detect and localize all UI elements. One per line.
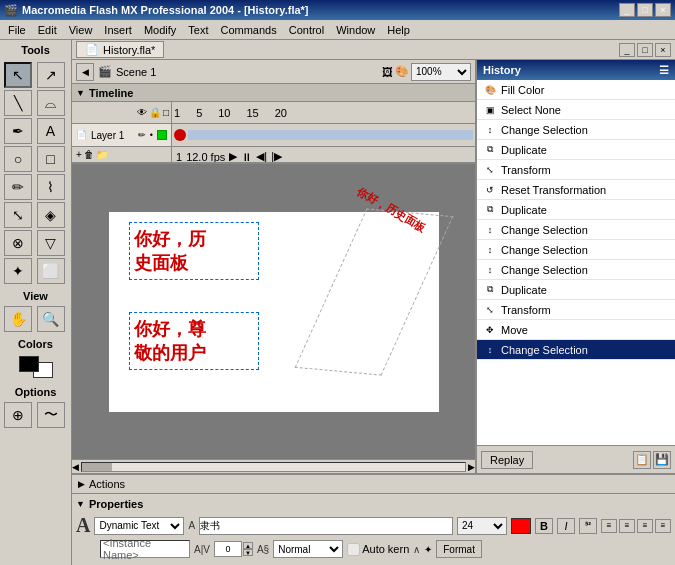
rect-tool[interactable]: □ bbox=[37, 146, 65, 172]
hand-tool[interactable]: ✋ bbox=[4, 306, 32, 332]
copy-steps-btn[interactable]: 📋 bbox=[633, 451, 651, 469]
play-btn[interactable]: ▶ bbox=[229, 150, 237, 163]
doc-restore-btn[interactable]: □ bbox=[637, 43, 653, 57]
bold-button[interactable]: B bbox=[535, 518, 553, 534]
title-bar-controls[interactable]: _ □ × bbox=[619, 3, 671, 17]
freexform-tool[interactable]: ⤡ bbox=[4, 202, 32, 228]
paintbucket-tool[interactable]: ▽ bbox=[37, 230, 65, 256]
doc-minimize-btn[interactable]: _ bbox=[619, 43, 635, 57]
history-item-select-none[interactable]: ▣ Select None bbox=[477, 100, 675, 120]
align-center-btn[interactable]: ≡ bbox=[619, 519, 635, 533]
properties-collapse-btn[interactable]: ▼ bbox=[76, 499, 85, 509]
pencil-icon[interactable]: ✏ bbox=[138, 130, 146, 140]
pencil-tool[interactable]: ✏ bbox=[4, 174, 32, 200]
menu-commands[interactable]: Commands bbox=[214, 22, 282, 38]
history-item-transform-1[interactable]: ⤡ Transform bbox=[477, 160, 675, 180]
tracking-down-btn[interactable]: ▼ bbox=[243, 549, 253, 556]
menu-window[interactable]: Window bbox=[330, 22, 381, 38]
scroll-left-btn[interactable]: ◀ bbox=[72, 462, 79, 472]
menu-view[interactable]: View bbox=[63, 22, 99, 38]
text-color-btn[interactable] bbox=[511, 518, 531, 534]
filltransform-tool[interactable]: ◈ bbox=[37, 202, 65, 228]
align-right-btn[interactable]: ≡ bbox=[637, 519, 653, 533]
back-btn[interactable]: ◀ bbox=[76, 63, 94, 81]
tracking-up-btn[interactable]: ▲ bbox=[243, 542, 253, 549]
history-item-change-sel-2[interactable]: ↕ Change Selection bbox=[477, 220, 675, 240]
delete-layer-btn[interactable]: 🗑 bbox=[84, 149, 94, 160]
eye-icon[interactable]: 👁 bbox=[137, 107, 147, 118]
lock-icon[interactable]: 🔒 bbox=[149, 107, 161, 118]
doc-tab[interactable]: 📄 History.fla* bbox=[76, 41, 164, 58]
oval-tool[interactable]: ○ bbox=[4, 146, 32, 172]
menu-help[interactable]: Help bbox=[381, 22, 416, 38]
menu-control[interactable]: Control bbox=[283, 22, 330, 38]
tracking-input[interactable] bbox=[214, 541, 242, 557]
format-button[interactable]: Format bbox=[436, 540, 482, 558]
text-tool[interactable]: A bbox=[37, 118, 65, 144]
add-folder-btn[interactable]: 📁 bbox=[96, 149, 108, 160]
history-item-change-sel-3[interactable]: ↕ Change Selection bbox=[477, 240, 675, 260]
stage-area[interactable]: 你好，历 史面板 你好，尊 敬的用户 你好，历史面板 bbox=[72, 164, 475, 459]
scroll-thumb[interactable] bbox=[82, 463, 112, 471]
smooth-btn[interactable]: 〜 bbox=[37, 402, 65, 428]
auto-kern-checkbox[interactable] bbox=[347, 543, 360, 556]
menu-modify[interactable]: Modify bbox=[138, 22, 182, 38]
actions-collapse-btn[interactable]: ▶ bbox=[78, 479, 85, 489]
history-item-transform-2[interactable]: ⤡ Transform bbox=[477, 300, 675, 320]
history-item-dup-2[interactable]: ⧉ Duplicate bbox=[477, 200, 675, 220]
scroll-right-btn[interactable]: ▶ bbox=[468, 462, 475, 472]
eyedropper-tool[interactable]: ✦ bbox=[4, 258, 32, 284]
timeline-collapse-btn[interactable]: ▼ bbox=[76, 88, 85, 98]
font-name-input[interactable] bbox=[199, 517, 453, 535]
inkbottle-tool[interactable]: ⊗ bbox=[4, 230, 32, 256]
line-tool[interactable]: ╲ bbox=[4, 90, 32, 116]
history-menu-btn[interactable]: ☰ bbox=[659, 64, 669, 77]
maximize-button[interactable]: □ bbox=[637, 3, 653, 17]
minimize-button[interactable]: _ bbox=[619, 3, 635, 17]
scroll-track[interactable] bbox=[81, 462, 466, 472]
history-item-change-sel-4[interactable]: ↕ Change Selection bbox=[477, 260, 675, 280]
zoom-tool[interactable]: 🔍 bbox=[37, 306, 65, 332]
menu-edit[interactable]: Edit bbox=[32, 22, 63, 38]
text-type-select[interactable]: Dynamic Text Static Text Input Text bbox=[94, 517, 184, 535]
sub-button[interactable]: ⁵² bbox=[579, 518, 597, 534]
history-item-change-sel-1[interactable]: ↕ Change Selection bbox=[477, 120, 675, 140]
history-item-dup-3[interactable]: ⧉ Duplicate bbox=[477, 280, 675, 300]
zoom-select[interactable]: 100% bbox=[411, 63, 471, 81]
add-layer-btn[interactable]: + bbox=[76, 149, 82, 160]
italic-button[interactable]: I bbox=[557, 518, 575, 534]
save-steps-btn[interactable]: 💾 bbox=[653, 451, 671, 469]
subselect-tool[interactable]: ↗ bbox=[37, 62, 65, 88]
align-left-btn[interactable]: ≡ bbox=[601, 519, 617, 533]
outline-icon[interactable]: □ bbox=[163, 107, 169, 118]
stroke-color-swatch[interactable] bbox=[19, 356, 39, 372]
brush-tool[interactable]: ⌇ bbox=[37, 174, 65, 200]
history-item-dup-1[interactable]: ⧉ Duplicate bbox=[477, 140, 675, 160]
history-list[interactable]: 🎨 Fill Color ▣ Select None ↕ Change Sele… bbox=[477, 80, 675, 445]
eraser-tool[interactable]: ⬜ bbox=[37, 258, 65, 284]
close-button[interactable]: × bbox=[655, 3, 671, 17]
stop-btn[interactable]: ⏸ bbox=[241, 151, 252, 163]
history-item-move[interactable]: ✥ Move bbox=[477, 320, 675, 340]
arrow-tool[interactable]: ↖ bbox=[4, 62, 32, 88]
back-frame-btn[interactable]: ◀| bbox=[256, 150, 267, 163]
doc-close-btn[interactable]: × bbox=[655, 43, 671, 57]
history-item-change-sel-5[interactable]: ↕ Change Selection bbox=[477, 340, 675, 360]
history-item-reset-transform[interactable]: ↺ Reset Transformation bbox=[477, 180, 675, 200]
align-justify-btn[interactable]: ≡ bbox=[655, 519, 671, 533]
lasso-tool[interactable]: ⌓ bbox=[37, 90, 65, 116]
font-size-select[interactable]: 24 bbox=[457, 517, 507, 535]
text-block-1[interactable]: 你好，历 史面板 bbox=[129, 222, 259, 280]
h-scrollbar[interactable]: ◀ ▶ bbox=[72, 459, 475, 473]
pen-tool[interactable]: ✒ bbox=[4, 118, 32, 144]
line-spacing-select[interactable]: Normal Single 1.5 Lines Double bbox=[273, 540, 343, 558]
fwd-frame-btn[interactable]: |▶ bbox=[271, 150, 282, 163]
history-item-fill-color[interactable]: 🎨 Fill Color bbox=[477, 80, 675, 100]
snap-btn[interactable]: ⊕ bbox=[4, 402, 32, 428]
menu-text[interactable]: Text bbox=[182, 22, 214, 38]
text-block-2[interactable]: 你好，尊 敬的用户 bbox=[129, 312, 259, 370]
menu-insert[interactable]: Insert bbox=[98, 22, 138, 38]
replay-button[interactable]: Replay bbox=[481, 451, 533, 469]
menu-file[interactable]: File bbox=[2, 22, 32, 38]
instance-name-field[interactable]: <Instance Name> bbox=[100, 540, 190, 558]
